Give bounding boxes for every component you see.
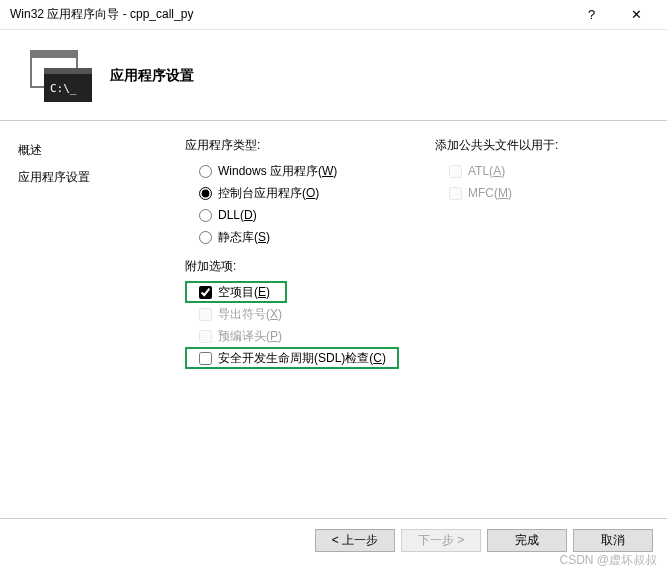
checkbox-precompiled-header-input [199, 330, 212, 343]
page-title: 应用程序设置 [110, 67, 194, 85]
checkbox-sdl-check[interactable]: 安全开发生命周期(SDL)检查(C) [185, 347, 399, 369]
add-headers-label: 添加公共头文件以用于: [435, 137, 667, 154]
sidebar-item-overview[interactable]: 概述 [18, 137, 175, 164]
radio-console-app[interactable]: 控制台应用程序(O) [185, 182, 415, 204]
checkbox-atl: ATL(A) [435, 160, 667, 182]
radio-console-app-label: 控制台应用程序(O) [218, 185, 319, 202]
body: 概述 应用程序设置 应用程序类型: Windows 应用程序(W) 控制台应用程… [0, 121, 667, 519]
radio-windows-app[interactable]: Windows 应用程序(W) [185, 160, 415, 182]
prev-button[interactable]: < 上一步 [315, 529, 395, 552]
sidebar-item-settings[interactable]: 应用程序设置 [18, 164, 175, 191]
checkbox-empty-project-input[interactable] [199, 286, 212, 299]
radio-static-lib-input[interactable] [199, 231, 212, 244]
app-type-label: 应用程序类型: [185, 137, 415, 154]
radio-windows-app-label: Windows 应用程序(W) [218, 163, 337, 180]
radio-windows-app-input[interactable] [199, 165, 212, 178]
checkbox-empty-project-label: 空项目(E) [218, 284, 270, 301]
checkbox-export-symbols: 导出符号(X) [185, 303, 415, 325]
radio-dll-input[interactable] [199, 209, 212, 222]
wizard-header: C:\_ 应用程序设置 [0, 30, 667, 121]
checkbox-precompiled-header: 预编译头(P) [185, 325, 415, 347]
finish-button[interactable]: 完成 [487, 529, 567, 552]
radio-static-lib-label: 静态库(S) [218, 229, 270, 246]
left-column: 应用程序类型: Windows 应用程序(W) 控制台应用程序(O) DLL(D… [185, 137, 415, 518]
close-button[interactable]: ✕ [614, 0, 659, 30]
titlebar: Win32 应用程序向导 - cpp_call_py ? ✕ [0, 0, 667, 30]
content: 应用程序类型: Windows 应用程序(W) 控制台应用程序(O) DLL(D… [175, 121, 667, 518]
cancel-button[interactable]: 取消 [573, 529, 653, 552]
checkbox-mfc: MFC(M) [435, 182, 667, 204]
window-controls: ? ✕ [569, 0, 659, 30]
watermark: CSDN @虚坏叔叔 [559, 552, 657, 569]
extra-options-label: 附加选项: [185, 258, 415, 275]
checkbox-mfc-input [449, 187, 462, 200]
checkbox-sdl-check-label: 安全开发生命周期(SDL)检查(C) [218, 350, 386, 367]
checkbox-sdl-check-input[interactable] [199, 352, 212, 365]
sidebar: 概述 应用程序设置 [0, 121, 175, 518]
checkbox-export-symbols-label: 导出符号(X) [218, 306, 282, 323]
radio-static-lib[interactable]: 静态库(S) [185, 226, 415, 248]
checkbox-precompiled-header-label: 预编译头(P) [218, 328, 282, 345]
checkbox-atl-label: ATL(A) [468, 164, 505, 178]
checkbox-export-symbols-input [199, 308, 212, 321]
right-column: 添加公共头文件以用于: ATL(A) MFC(M) [415, 137, 667, 518]
footer: < 上一步 下一步 > 完成 取消 [0, 519, 667, 552]
console-icon: C:\_ [30, 50, 92, 102]
next-button: 下一步 > [401, 529, 481, 552]
checkbox-atl-input [449, 165, 462, 178]
window-title: Win32 应用程序向导 - cpp_call_py [10, 6, 569, 23]
radio-dll-label: DLL(D) [218, 208, 257, 222]
radio-dll[interactable]: DLL(D) [185, 204, 415, 226]
radio-console-app-input[interactable] [199, 187, 212, 200]
help-button[interactable]: ? [569, 0, 614, 30]
checkbox-mfc-label: MFC(M) [468, 186, 512, 200]
checkbox-empty-project[interactable]: 空项目(E) [185, 281, 287, 303]
